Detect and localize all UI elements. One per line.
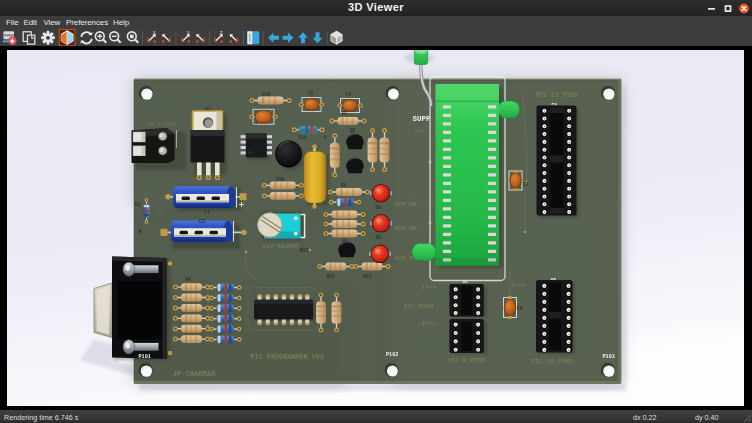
svg-text:U1: U1 xyxy=(463,279,469,284)
svg-text:PIC 18 PINS: PIC 18 PINS xyxy=(532,358,573,365)
svg-text:P2: P2 xyxy=(552,101,558,106)
svg-text:PIC PROGRAMMER V03: PIC PROGRAMMER V03 xyxy=(251,353,324,361)
svg-text:U5: U5 xyxy=(551,276,557,281)
svg-text:C1: C1 xyxy=(204,209,210,215)
svg-text:C5: C5 xyxy=(308,91,314,96)
svg-text:1=>>: 1=>> xyxy=(422,284,437,291)
svg-text:RV1: RV1 xyxy=(300,248,309,254)
svg-text:Q2: Q2 xyxy=(350,128,356,133)
svg-text:K: K xyxy=(324,135,327,140)
svg-text:PIC 28 PINS: PIC 28 PINS xyxy=(536,92,578,99)
svg-text:R10: R10 xyxy=(262,92,271,97)
svg-text:I2C PROM: I2C PROM xyxy=(404,303,434,310)
svg-text:Q3: Q3 xyxy=(342,238,348,243)
svg-text:R9: R9 xyxy=(341,183,347,188)
svg-text:+8.7/12V: +8.7/12V xyxy=(146,121,176,128)
svg-text:1=>: 1=> xyxy=(414,128,425,135)
svg-text:D1: D1 xyxy=(135,202,141,207)
svg-text:R4: R4 xyxy=(186,277,192,282)
svg-text:P102: P102 xyxy=(386,352,398,358)
svg-text:JP-CHARRAS: JP-CHARRAS xyxy=(173,370,217,378)
svg-text:R7: R7 xyxy=(342,111,348,116)
svg-text:C6: C6 xyxy=(517,306,523,311)
svg-text:VPP ON: VPP ON xyxy=(395,201,418,208)
svg-text:R20: R20 xyxy=(327,274,336,279)
svg-text:C9: C9 xyxy=(346,92,352,97)
svg-text:13V ADJUST: 13V ADJUST xyxy=(262,243,299,250)
svg-text:D9: D9 xyxy=(376,235,382,240)
svg-text:C2: C2 xyxy=(199,219,205,225)
svg-text:R21: R21 xyxy=(363,274,372,279)
svg-text:P103: P103 xyxy=(603,354,615,360)
svg-text:PWR ON: PWR ON xyxy=(395,225,418,232)
svg-text:C7: C7 xyxy=(523,182,529,187)
svg-text:K: K xyxy=(139,229,142,234)
svg-text:1=>>: 1=>> xyxy=(422,320,437,327)
svg-text:PIC 8 PINS: PIC 8 PINS xyxy=(448,357,485,364)
svg-text:1=>>: 1=>> xyxy=(511,282,526,289)
svg-text:U4: U4 xyxy=(252,122,258,128)
svg-text:P101: P101 xyxy=(139,354,151,360)
svg-text:SUPP: SUPP xyxy=(413,115,432,123)
svg-text:D6: D6 xyxy=(376,205,382,210)
svg-text:R16: R16 xyxy=(276,177,285,182)
svg-text:D10: D10 xyxy=(299,135,308,140)
